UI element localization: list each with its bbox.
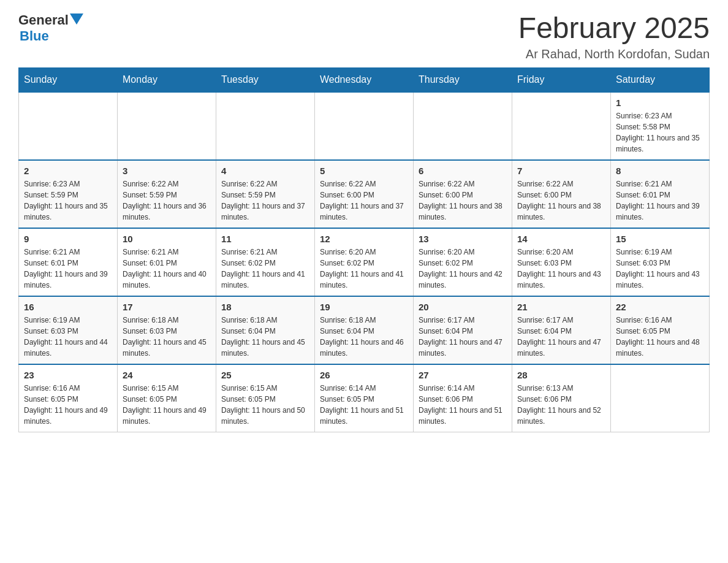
day-info: Sunrise: 6:22 AMSunset: 5:59 PMDaylight:…	[221, 178, 309, 223]
table-row	[315, 92, 414, 160]
day-info: Sunrise: 6:16 AMSunset: 6:05 PMDaylight:…	[616, 315, 704, 359]
day-info: Sunrise: 6:20 AMSunset: 6:03 PMDaylight:…	[517, 247, 605, 291]
title-section: February 2025 Ar Rahad, North Kordofan, …	[518, 12, 710, 61]
table-row	[611, 364, 710, 432]
day-info: Sunrise: 6:20 AMSunset: 6:02 PMDaylight:…	[419, 247, 507, 291]
table-row: 27Sunrise: 6:14 AMSunset: 6:06 PMDayligh…	[414, 364, 512, 432]
day-info: Sunrise: 6:22 AMSunset: 5:59 PMDaylight:…	[123, 178, 211, 223]
day-number: 26	[320, 370, 408, 380]
day-number: 6	[419, 166, 507, 176]
table-row: 16Sunrise: 6:19 AMSunset: 6:03 PMDayligh…	[19, 296, 118, 364]
logo-blue: Blue	[20, 28, 49, 44]
page-header: General Blue February 2025 Ar Rahad, Nor…	[18, 12, 710, 61]
day-info: Sunrise: 6:22 AMSunset: 6:00 PMDaylight:…	[517, 178, 605, 223]
day-number: 25	[221, 370, 309, 380]
day-info: Sunrise: 6:22 AMSunset: 6:00 PMDaylight:…	[419, 178, 507, 223]
day-number: 15	[616, 234, 704, 244]
day-number: 10	[123, 234, 211, 244]
day-info: Sunrise: 6:22 AMSunset: 6:00 PMDaylight:…	[320, 178, 408, 223]
table-row: 22Sunrise: 6:16 AMSunset: 6:05 PMDayligh…	[611, 296, 710, 364]
table-row	[512, 92, 611, 160]
table-row: 21Sunrise: 6:17 AMSunset: 6:04 PMDayligh…	[512, 296, 611, 364]
day-number: 2	[24, 166, 112, 176]
table-row	[19, 92, 118, 160]
day-number: 16	[24, 302, 112, 312]
day-number: 8	[616, 166, 704, 176]
day-info: Sunrise: 6:20 AMSunset: 6:02 PMDaylight:…	[320, 247, 408, 291]
day-number: 19	[320, 302, 408, 312]
day-number: 24	[123, 370, 211, 380]
calendar-header: Sunday Monday Tuesday Wednesday Thursday…	[19, 67, 710, 92]
logo-general: General	[18, 12, 69, 28]
day-info: Sunrise: 6:16 AMSunset: 6:05 PMDaylight:…	[24, 383, 112, 427]
table-row: 14Sunrise: 6:20 AMSunset: 6:03 PMDayligh…	[512, 228, 611, 296]
svg-marker-0	[70, 13, 83, 25]
day-number: 14	[517, 234, 605, 244]
day-info: Sunrise: 6:18 AMSunset: 6:04 PMDaylight:…	[221, 315, 309, 359]
day-number: 17	[123, 302, 211, 312]
day-number: 9	[24, 234, 112, 244]
table-row	[414, 92, 512, 160]
table-row: 18Sunrise: 6:18 AMSunset: 6:04 PMDayligh…	[216, 296, 315, 364]
day-info: Sunrise: 6:15 AMSunset: 6:05 PMDaylight:…	[221, 383, 309, 427]
calendar-body: 1Sunrise: 6:23 AMSunset: 5:58 PMDaylight…	[19, 92, 710, 432]
day-info: Sunrise: 6:21 AMSunset: 6:01 PMDaylight:…	[616, 178, 704, 223]
day-number: 28	[517, 370, 605, 380]
day-info: Sunrise: 6:18 AMSunset: 6:04 PMDaylight:…	[320, 315, 408, 359]
day-number: 3	[123, 166, 211, 176]
table-row: 26Sunrise: 6:14 AMSunset: 6:05 PMDayligh…	[315, 364, 414, 432]
day-info: Sunrise: 6:17 AMSunset: 6:04 PMDaylight:…	[419, 315, 507, 359]
day-info: Sunrise: 6:15 AMSunset: 6:05 PMDaylight:…	[123, 383, 211, 427]
table-row: 28Sunrise: 6:13 AMSunset: 6:06 PMDayligh…	[512, 364, 611, 432]
day-number: 23	[24, 370, 112, 380]
day-info: Sunrise: 6:23 AMSunset: 5:58 PMDaylight:…	[616, 110, 704, 155]
location-subtitle: Ar Rahad, North Kordofan, Sudan	[518, 47, 710, 61]
day-number: 21	[517, 302, 605, 312]
day-info: Sunrise: 6:18 AMSunset: 6:03 PMDaylight:…	[123, 315, 211, 359]
table-row	[118, 92, 216, 160]
day-info: Sunrise: 6:14 AMSunset: 6:06 PMDaylight:…	[419, 383, 507, 427]
table-row: 6Sunrise: 6:22 AMSunset: 6:00 PMDaylight…	[414, 160, 512, 228]
table-row: 13Sunrise: 6:20 AMSunset: 6:02 PMDayligh…	[414, 228, 512, 296]
table-row: 7Sunrise: 6:22 AMSunset: 6:00 PMDaylight…	[512, 160, 611, 228]
day-info: Sunrise: 6:21 AMSunset: 6:01 PMDaylight:…	[24, 247, 112, 291]
day-number: 11	[221, 234, 309, 244]
table-row: 10Sunrise: 6:21 AMSunset: 6:01 PMDayligh…	[118, 228, 216, 296]
day-info: Sunrise: 6:23 AMSunset: 5:59 PMDaylight:…	[24, 178, 112, 223]
day-number: 4	[221, 166, 309, 176]
header-sunday: Sunday	[19, 67, 118, 92]
day-number: 22	[616, 302, 704, 312]
table-row: 9Sunrise: 6:21 AMSunset: 6:01 PMDaylight…	[19, 228, 118, 296]
header-monday: Monday	[118, 67, 216, 92]
table-row: 25Sunrise: 6:15 AMSunset: 6:05 PMDayligh…	[216, 364, 315, 432]
table-row: 11Sunrise: 6:21 AMSunset: 6:02 PMDayligh…	[216, 228, 315, 296]
table-row: 2Sunrise: 6:23 AMSunset: 5:59 PMDaylight…	[19, 160, 118, 228]
header-thursday: Thursday	[414, 67, 512, 92]
day-number: 27	[419, 370, 507, 380]
table-row: 1Sunrise: 6:23 AMSunset: 5:58 PMDaylight…	[611, 92, 710, 160]
table-row: 19Sunrise: 6:18 AMSunset: 6:04 PMDayligh…	[315, 296, 414, 364]
table-row: 15Sunrise: 6:19 AMSunset: 6:03 PMDayligh…	[611, 228, 710, 296]
day-info: Sunrise: 6:19 AMSunset: 6:03 PMDaylight:…	[24, 315, 112, 359]
day-number: 18	[221, 302, 309, 312]
table-row: 17Sunrise: 6:18 AMSunset: 6:03 PMDayligh…	[118, 296, 216, 364]
day-number: 7	[517, 166, 605, 176]
table-row: 4Sunrise: 6:22 AMSunset: 5:59 PMDaylight…	[216, 160, 315, 228]
table-row	[216, 92, 315, 160]
day-number: 20	[419, 302, 507, 312]
day-info: Sunrise: 6:14 AMSunset: 6:05 PMDaylight:…	[320, 383, 408, 427]
day-info: Sunrise: 6:21 AMSunset: 6:01 PMDaylight:…	[123, 247, 211, 291]
day-info: Sunrise: 6:13 AMSunset: 6:06 PMDaylight:…	[517, 383, 605, 427]
logo: General Blue	[18, 12, 83, 44]
day-number: 5	[320, 166, 408, 176]
logo-arrow-icon	[70, 13, 83, 27]
day-info: Sunrise: 6:21 AMSunset: 6:02 PMDaylight:…	[221, 247, 309, 291]
header-saturday: Saturday	[611, 67, 710, 92]
header-wednesday: Wednesday	[315, 67, 414, 92]
header-tuesday: Tuesday	[216, 67, 315, 92]
month-title: February 2025	[518, 12, 710, 45]
header-friday: Friday	[512, 67, 611, 92]
table-row: 20Sunrise: 6:17 AMSunset: 6:04 PMDayligh…	[414, 296, 512, 364]
day-number: 12	[320, 234, 408, 244]
day-info: Sunrise: 6:19 AMSunset: 6:03 PMDaylight:…	[616, 247, 704, 291]
